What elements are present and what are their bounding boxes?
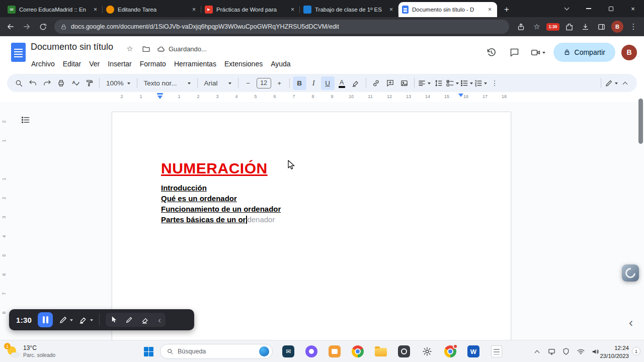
- menu-item[interactable]: Archivo: [27, 58, 59, 69]
- tab-search-chevron[interactable]: [555, 0, 578, 17]
- editing-mode-button[interactable]: [604, 76, 618, 90]
- zoom-select[interactable]: 100%: [103, 76, 134, 90]
- display-tray-icon[interactable]: [547, 347, 556, 356]
- tab-documento-sin-titulo[interactable]: Documento sin título - D ×: [398, 2, 497, 17]
- tab-close-icon[interactable]: ×: [387, 6, 395, 14]
- document-text-line[interactable]: Introducción: [161, 183, 478, 193]
- first-line-indent-marker[interactable]: [157, 93, 163, 95]
- mail-app-icon[interactable]: ✉: [282, 345, 295, 358]
- meet-dropdown-caret[interactable]: [542, 52, 545, 55]
- downloads-icon[interactable]: [578, 19, 593, 34]
- redo-button[interactable]: [40, 76, 54, 90]
- save-status[interactable]: Guardando...: [157, 43, 207, 55]
- italic-button[interactable]: I: [307, 76, 320, 90]
- highlight-color-button[interactable]: [349, 76, 363, 90]
- chevron-down-icon[interactable]: [90, 319, 93, 323]
- browser-menu-kebab[interactable]: ⋮: [626, 19, 641, 34]
- undo-button[interactable]: [26, 76, 40, 90]
- chrome-active-app-icon[interactable]: [444, 345, 457, 358]
- tab-close-icon[interactable]: ×: [486, 6, 494, 14]
- add-comment-button[interactable]: [383, 76, 397, 90]
- document-page[interactable]: NUMERACIÓN IntroducciónQué es un ordenad…: [112, 112, 511, 340]
- reload-button[interactable]: [35, 19, 50, 34]
- word-app-icon[interactable]: W: [467, 345, 480, 358]
- document-current-line[interactable]: Partes básicas de un ordenador: [161, 214, 478, 225]
- menu-item[interactable]: Insertar: [104, 58, 135, 69]
- scrollbar-thumb[interactable]: [638, 99, 643, 144]
- line-spacing-button[interactable]: [432, 76, 445, 90]
- text-color-button[interactable]: A: [335, 76, 349, 90]
- tab-close-icon[interactable]: ×: [289, 6, 296, 14]
- bulleted-list-button[interactable]: [460, 76, 473, 90]
- settings-app-icon[interactable]: [421, 345, 434, 358]
- menu-item[interactable]: Extensiones: [220, 58, 267, 69]
- start-button[interactable]: [144, 347, 153, 356]
- back-button[interactable]: [3, 19, 18, 34]
- align-button[interactable]: [418, 76, 431, 90]
- insert-link-button[interactable]: [369, 76, 383, 90]
- extensions-puzzle-icon[interactable]: [561, 19, 577, 34]
- document-text-line[interactable]: Qué es un ordenador: [161, 193, 478, 204]
- font-select[interactable]: Arial: [201, 76, 235, 90]
- file-explorer-icon[interactable]: [374, 345, 387, 358]
- document-text-line[interactable]: Funcionamiento de un ordenador: [161, 204, 478, 214]
- menu-item[interactable]: Formato: [136, 58, 170, 69]
- screenpal-widget[interactable]: [622, 264, 639, 282]
- paint-format-button[interactable]: [83, 76, 96, 90]
- address-bar[interactable]: docs.google.com/document/d/1SiOJVb-vaDxj…: [54, 20, 509, 34]
- pause-recording-button[interactable]: [38, 312, 53, 327]
- window-close-button[interactable]: ×: [622, 0, 644, 17]
- right-indent-marker[interactable]: [458, 94, 463, 97]
- chrome-app-icon[interactable]: [351, 345, 364, 358]
- menu-item[interactable]: Herramientas: [170, 58, 220, 69]
- meet-video-button[interactable]: [528, 43, 547, 62]
- taskbar-search[interactable]: [160, 344, 273, 359]
- version-history-button[interactable]: [482, 43, 501, 62]
- bold-button[interactable]: B: [293, 76, 306, 90]
- tab-correo-educamadrid[interactable]: ✉ Correo EducaMadrid :: En ×: [4, 2, 103, 17]
- menu-item[interactable]: Editar: [59, 58, 86, 69]
- numbered-list-button[interactable]: [474, 76, 488, 90]
- decrease-font-size-button[interactable]: −: [242, 76, 255, 90]
- menu-search-button[interactable]: [12, 76, 26, 90]
- camera-app-icon[interactable]: [305, 345, 318, 358]
- side-panel-icon[interactable]: [594, 19, 609, 34]
- weather-widget[interactable]: 1 13°C Parc. soleado: [3, 343, 58, 360]
- window-minimize-button[interactable]: [578, 0, 600, 17]
- vertical-ruler[interactable]: 21 12345678: [0, 112, 8, 333]
- security-tray-icon[interactable]: [561, 347, 571, 356]
- comments-button[interactable]: [505, 43, 524, 62]
- docs-profile-avatar[interactable]: B: [621, 45, 637, 60]
- increase-font-size-button[interactable]: +: [273, 76, 286, 90]
- wifi-tray-icon[interactable]: [576, 347, 585, 356]
- forward-button[interactable]: [19, 19, 34, 34]
- eraser-tool-button[interactable]: [141, 316, 149, 324]
- tab-close-icon[interactable]: ×: [92, 6, 99, 14]
- tab-practicas-word[interactable]: ▶ Prácticas de Word para ×: [201, 2, 300, 17]
- recorder-extension-badge[interactable]: 1:30: [546, 23, 559, 31]
- more-options-kebab[interactable]: ⋮: [488, 76, 502, 90]
- share-button[interactable]: Compartir: [553, 43, 615, 62]
- draw-tool-button[interactable]: [125, 316, 133, 324]
- tab-close-icon[interactable]: ×: [190, 6, 198, 14]
- document-outline-button[interactable]: [19, 114, 31, 126]
- search-input[interactable]: [178, 348, 255, 355]
- recorder-app-icon[interactable]: [397, 345, 411, 358]
- menu-item[interactable]: Ayuda: [267, 58, 294, 69]
- checklist-button[interactable]: [446, 76, 459, 90]
- browser-profile-avatar[interactable]: B: [611, 21, 623, 33]
- move-folder-icon[interactable]: [140, 43, 152, 55]
- window-maximize-button[interactable]: [600, 0, 622, 17]
- volume-tray-icon[interactable]: [591, 347, 600, 356]
- edu-app-icon[interactable]: [328, 345, 341, 358]
- pen-tool-button[interactable]: [59, 315, 73, 324]
- print-button[interactable]: [54, 76, 68, 90]
- tab-editando-tarea[interactable]: Editando Tarea ×: [103, 2, 201, 17]
- chevron-down-icon[interactable]: [70, 319, 73, 323]
- paragraph-style-select[interactable]: Texto nor...: [140, 76, 194, 90]
- docs-logo[interactable]: [11, 43, 26, 62]
- highlighter-tool-button[interactable]: [79, 315, 93, 324]
- left-indent-marker[interactable]: [157, 96, 163, 99]
- spelling-check-button[interactable]: A: [68, 76, 82, 90]
- notes-app-icon[interactable]: [490, 345, 503, 358]
